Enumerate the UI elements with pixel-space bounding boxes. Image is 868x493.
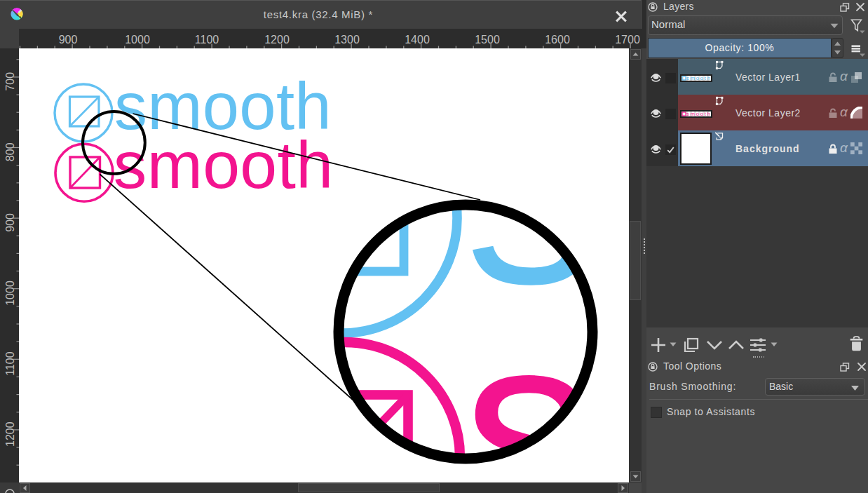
svg-text:1000: 1000 — [125, 34, 150, 46]
svg-text:1300: 1300 — [334, 34, 360, 46]
svg-text:smooth: smooth — [686, 112, 710, 116]
svg-text:1500: 1500 — [475, 34, 500, 46]
svg-text:smooth: smooth — [686, 76, 710, 81]
svg-text:1200: 1200 — [264, 34, 290, 46]
svg-text:900: 900 — [4, 213, 16, 232]
svg-text:900: 900 — [59, 34, 78, 46]
svg-text:800: 800 — [4, 142, 16, 161]
svg-text:1200: 1200 — [4, 421, 16, 447]
svg-text:1400: 1400 — [405, 34, 430, 46]
svg-text:700: 700 — [4, 72, 16, 91]
svg-text:1600: 1600 — [545, 34, 570, 46]
svg-text:1000: 1000 — [4, 281, 16, 306]
svg-text:1100: 1100 — [4, 351, 16, 376]
svg-text:1100: 1100 — [195, 34, 219, 46]
svg-text:1700: 1700 — [615, 34, 640, 46]
